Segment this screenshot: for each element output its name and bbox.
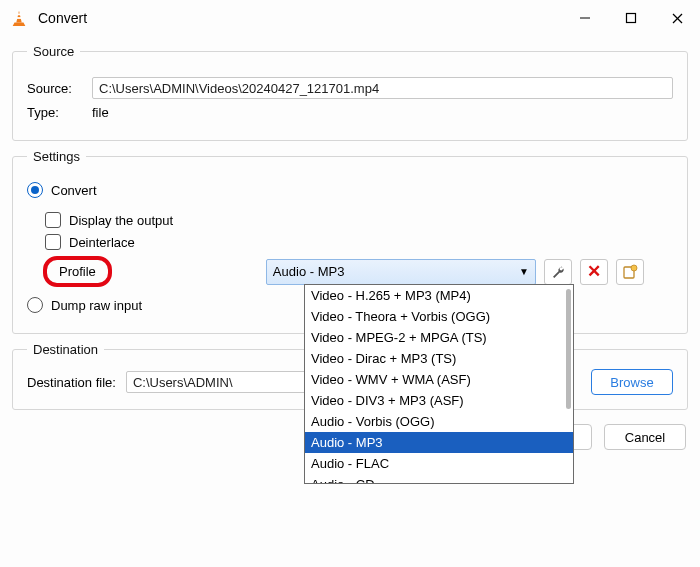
new-profile-button[interactable]: [616, 259, 644, 285]
radio-icon: [27, 182, 43, 198]
svg-marker-0: [16, 11, 21, 23]
new-profile-icon: [622, 264, 638, 280]
display-output-label: Display the output: [69, 213, 173, 228]
svg-rect-2: [17, 17, 22, 19]
destination-legend: Destination: [27, 342, 104, 357]
window-title: Convert: [38, 10, 87, 26]
profile-option[interactable]: Video - Dirac + MP3 (TS): [305, 348, 573, 369]
svg-marker-3: [13, 23, 26, 27]
deinterlace-label: Deinterlace: [69, 235, 135, 250]
maximize-button[interactable]: [608, 2, 654, 34]
checkbox-icon: [45, 212, 61, 228]
minimize-button[interactable]: [562, 2, 608, 34]
wrench-icon: [550, 264, 566, 280]
source-input[interactable]: [92, 77, 673, 99]
settings-group: Settings Convert Display the output Dein…: [12, 149, 688, 334]
browse-button[interactable]: Browse: [591, 369, 673, 395]
convert-radio[interactable]: Convert: [27, 182, 673, 198]
profile-dropdown[interactable]: Video - H.265 + MP3 (MP4)Video - Theora …: [304, 284, 574, 484]
profile-option[interactable]: Video - Theora + Vorbis (OGG): [305, 306, 573, 327]
delete-profile-button[interactable]: ✕: [580, 259, 608, 285]
source-group: Source Source: Type: file: [12, 44, 688, 141]
profile-selected-value: Audio - MP3: [273, 264, 345, 279]
profile-option[interactable]: Audio - Vorbis (OGG): [305, 411, 573, 432]
profile-option[interactable]: Video - DIV3 + MP3 (ASF): [305, 390, 573, 411]
svg-rect-5: [627, 14, 636, 23]
dump-raw-label: Dump raw input: [51, 298, 142, 313]
cancel-button[interactable]: Cancel: [604, 424, 686, 450]
display-output-checkbox[interactable]: Display the output: [45, 212, 673, 228]
deinterlace-checkbox[interactable]: Deinterlace: [45, 234, 673, 250]
svg-point-9: [631, 265, 637, 271]
edit-profile-button[interactable]: [544, 259, 572, 285]
checkbox-icon: [45, 234, 61, 250]
profile-label-wrap: Profile: [45, 258, 110, 285]
source-legend: Source: [27, 44, 80, 59]
profile-option[interactable]: Audio - FLAC: [305, 453, 573, 474]
cancel-button-label: Cancel: [625, 430, 665, 445]
delete-icon: ✕: [587, 263, 601, 280]
profile-combobox[interactable]: Audio - MP3 ▼: [266, 259, 536, 285]
close-button[interactable]: [654, 2, 700, 34]
svg-rect-1: [17, 14, 21, 16]
radio-icon: [27, 297, 43, 313]
settings-legend: Settings: [27, 149, 86, 164]
profile-row: Profile Audio - MP3 ▼ ✕ Video - H.265 + …: [45, 258, 673, 285]
source-label: Source:: [27, 81, 82, 96]
type-label: Type:: [27, 105, 82, 120]
convert-radio-label: Convert: [51, 183, 97, 198]
profile-option[interactable]: Video - WMV + WMA (ASF): [305, 369, 573, 390]
chevron-down-icon: ▼: [519, 266, 529, 277]
profile-option[interactable]: Video - H.265 + MP3 (MP4): [305, 285, 573, 306]
profile-option[interactable]: Audio - CD: [305, 474, 573, 484]
profile-label: Profile: [59, 264, 96, 279]
type-value: file: [92, 105, 109, 120]
browse-button-label: Browse: [610, 375, 653, 390]
titlebar: Convert: [0, 0, 700, 36]
vlc-icon: [10, 9, 28, 27]
destination-file-label: Destination file:: [27, 375, 116, 390]
dropdown-scrollbar[interactable]: [566, 289, 571, 409]
profile-option[interactable]: Video - MPEG-2 + MPGA (TS): [305, 327, 573, 348]
profile-option[interactable]: Audio - MP3: [305, 432, 573, 453]
